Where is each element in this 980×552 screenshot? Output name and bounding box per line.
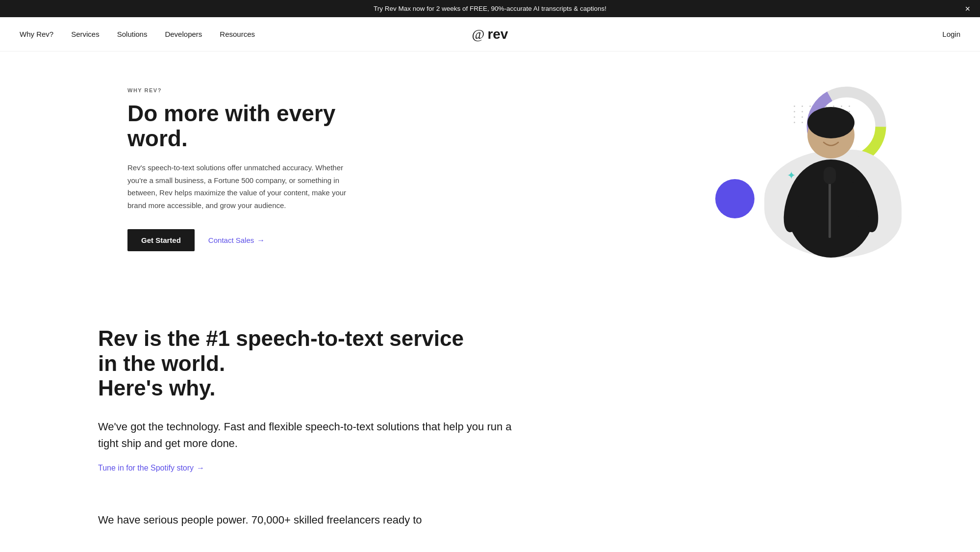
nav-solutions[interactable]: Solutions: [117, 30, 148, 38]
nav-services[interactable]: Services: [71, 30, 100, 38]
svg-text:✦: ✦: [787, 169, 796, 182]
hero-actions: Get Started Contact Sales →: [127, 229, 363, 251]
spotify-link-label: Tune in for the Spotify story: [98, 464, 194, 473]
nav-why-rev[interactable]: Why Rev?: [20, 30, 53, 38]
why-rev-section: Rev is the #1 speech-to-text service in …: [0, 287, 980, 502]
svg-point-5: [807, 107, 854, 138]
partial-section: We have serious people power. 70,000+ sk…: [0, 502, 980, 528]
arrow-icon: →: [257, 236, 265, 245]
purple-circle-decoration: [715, 179, 754, 218]
spotify-link-arrow: →: [197, 464, 204, 473]
logo-text: rev: [487, 26, 508, 42]
nav-left: Why Rev? Services Solutions Developers R…: [20, 30, 255, 38]
nav-developers[interactable]: Developers: [165, 30, 202, 38]
announcement-close-button[interactable]: ×: [965, 4, 970, 13]
hero-eyebrow: WHY REV?: [127, 87, 363, 93]
announcement-bar: Try Rev Max now for 2 weeks of FREE, 90%…: [0, 0, 980, 17]
svg-rect-9: [829, 179, 831, 238]
person-svg: ✦: [775, 91, 887, 258]
hero-section: WHY REV? Do more with every word. Rev's …: [0, 52, 980, 287]
main-nav: Why Rev? Services Solutions Developers R…: [0, 17, 980, 52]
announcement-text: Try Rev Max now for 2 weeks of FREE, 90%…: [374, 5, 606, 12]
hero-illustration: ✦: [715, 81, 902, 258]
partial-text: We have serious people power. 70,000+ sk…: [98, 512, 882, 528]
logo-at-symbol: @: [472, 26, 485, 42]
hero-content: WHY REV? Do more with every word. Rev's …: [127, 87, 363, 251]
contact-sales-label: Contact Sales: [208, 236, 254, 244]
nav-right: Login: [942, 30, 960, 38]
contact-sales-link[interactable]: Contact Sales →: [208, 236, 265, 245]
get-started-button[interactable]: Get Started: [127, 229, 195, 251]
login-button[interactable]: Login: [942, 30, 960, 38]
svg-rect-10: [824, 167, 836, 184]
hero-title: Do more with every word.: [127, 101, 363, 151]
why-rev-body: We've got the technology. Fast and flexi…: [98, 419, 520, 452]
why-rev-heading: Rev is the #1 speech-to-text service in …: [98, 326, 471, 401]
spotify-story-link[interactable]: Tune in for the Spotify story →: [98, 464, 204, 473]
nav-resources[interactable]: Resources: [220, 30, 255, 38]
hero-description: Rev's speech-to-text solutions offer unm…: [127, 161, 363, 211]
logo[interactable]: @ rev: [472, 26, 508, 42]
person-illustration: ✦: [775, 91, 887, 258]
